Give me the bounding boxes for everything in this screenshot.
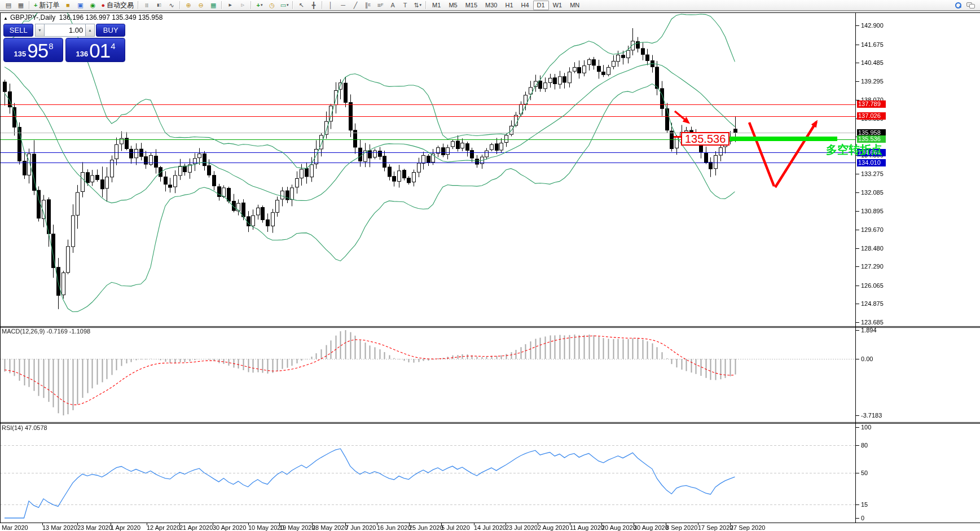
sell-price-pip: 8	[49, 43, 53, 50]
red-arrow-down-stroke[interactable]	[749, 122, 774, 186]
timeframe-button-w1[interactable]: W1	[549, 1, 566, 10]
price-tick: 132.085	[861, 189, 884, 196]
toolbar-divider	[138, 1, 139, 9]
date-tick: 25 Jun 2020	[409, 524, 443, 531]
candlestick-chart-icon[interactable]: ▮▯	[153, 0, 165, 10]
annotation-note-text[interactable]: 多空转折点	[826, 142, 882, 157]
date-tick: 5 Jul 2020	[441, 524, 470, 531]
auto-trading-button[interactable]: ●自动交易	[99, 1, 136, 10]
macd-tick: 0.00	[861, 356, 873, 362]
history-center-icon[interactable]: ■	[61, 0, 74, 10]
trendline-icon[interactable]: ╱	[349, 0, 362, 10]
line-chart-icon[interactable]: ∿	[165, 0, 178, 10]
hline-icon[interactable]: ─	[337, 0, 349, 10]
macd-tick: -3.7183	[861, 412, 882, 419]
text-label-icon[interactable]: T	[399, 0, 411, 10]
timeframe-button-mn[interactable]: MN	[566, 1, 583, 10]
volume-input[interactable]: 1.00	[45, 24, 86, 37]
date-tick: 2 Aug 2020	[538, 524, 569, 531]
toolbar-divider	[425, 1, 427, 9]
sell-price-main: 95	[27, 41, 48, 60]
chart-window: ▲GBPJPY-,Daily 136.196 136.997 135.349 1…	[0, 11, 980, 531]
red-arrow-down-small[interactable]	[675, 111, 688, 122]
price-badge-137.789: 137.789	[857, 100, 886, 108]
period-icon[interactable]: ◷	[266, 0, 278, 10]
zoom-in-icon[interactable]: ⊕	[182, 0, 195, 10]
chat-icon[interactable]	[964, 0, 977, 10]
date-tick: 21 Apr 2020	[179, 524, 213, 531]
toolbar-divider	[179, 1, 181, 9]
date-tick: 23 Jul 2020	[506, 524, 538, 531]
timeframe-button-m30[interactable]: M30	[481, 1, 501, 10]
tile-windows-icon[interactable]: ▦	[207, 0, 219, 10]
toolbar-divider	[29, 1, 30, 9]
volume-increase-button[interactable]: ▲	[85, 24, 94, 37]
auto-arrange-icon[interactable]: ▶	[224, 0, 236, 10]
price-tick: 127.290	[861, 263, 884, 270]
buy-price-box[interactable]: 136 01 4	[65, 38, 125, 62]
price-badge-137.026: 137.026	[857, 112, 886, 120]
date-tick: 8 Sep 2020	[666, 524, 697, 531]
timeframe-button-m5[interactable]: M5	[445, 1, 461, 10]
new-order-button[interactable]: +新订单	[32, 1, 61, 10]
rsi-tick: 15	[861, 501, 868, 508]
date-tick: 4 Mar 2020	[0, 524, 28, 531]
sell-button[interactable]: SELL	[3, 24, 33, 37]
sell-price-box[interactable]: 135 95 8	[3, 38, 63, 62]
data-window-icon[interactable]: ▦	[15, 0, 27, 10]
annotation-arrows	[0, 11, 980, 531]
price-tick: 140.485	[861, 59, 884, 66]
vline-icon[interactable]: │	[324, 0, 337, 10]
volume-decrease-button[interactable]: ▼	[35, 24, 44, 37]
add-indicator-icon[interactable]: +▾	[253, 0, 266, 10]
buy-button[interactable]: BUY	[96, 24, 125, 37]
price-tick: 139.295	[861, 78, 884, 85]
date-tick: 12 Apr 2020	[147, 524, 180, 531]
rsi-tick: 0	[861, 515, 864, 521]
buy-price-main: 01	[89, 41, 110, 60]
zoom-out-icon[interactable]: ⊖	[195, 0, 207, 10]
macd-tick: 1.894	[861, 327, 877, 333]
price-tick: 130.895	[861, 208, 884, 214]
price-tick: 128.480	[861, 245, 884, 252]
price-tick: 141.675	[861, 41, 884, 48]
toolbar-divider	[292, 1, 293, 9]
price-tick: 142.900	[861, 22, 884, 29]
signal-icon[interactable]: ◉	[86, 0, 99, 10]
timeframe-button-h4[interactable]: H4	[517, 1, 533, 10]
price-tick: 124.875	[861, 300, 884, 307]
date-tick: 16 Jun 2020	[377, 524, 411, 531]
toolbar-divider	[221, 1, 222, 9]
price-tick: 133.275	[861, 170, 884, 177]
timeframe-button-m15[interactable]: M15	[462, 1, 481, 10]
toolbar-divider	[251, 1, 252, 9]
cursor-icon[interactable]: ↖	[295, 0, 307, 10]
rsi-tick: 100	[861, 424, 871, 431]
text-icon[interactable]: A	[386, 0, 399, 10]
toolbar-divider	[322, 1, 323, 9]
crosshair-icon[interactable]: ╋	[307, 0, 320, 10]
bar-chart-icon[interactable]: |||	[140, 0, 153, 10]
arrows-icon[interactable]: ⇅▾	[411, 0, 424, 10]
step-forward-icon[interactable]: ▷	[236, 0, 249, 10]
red-arrow-up-stroke[interactable]	[775, 122, 816, 187]
panels-icon[interactable]: ▤	[2, 0, 15, 10]
search-icon[interactable]	[952, 0, 964, 10]
date-tick: 19 May 2020	[279, 524, 315, 531]
main-toolbar: ▤▦+新订单■▣◉●自动交易|||▮▯∿⊕⊖▦▶▷+▾◷▭▾↖╋│─╱∥E≡FA…	[0, 0, 980, 11]
timeframe-button-d1[interactable]: D1	[533, 1, 549, 10]
channel-icon[interactable]: ∥E	[362, 0, 374, 10]
date-tick: 13 Mar 2020	[42, 524, 77, 531]
timeframe-button-m1[interactable]: M1	[428, 1, 445, 10]
timeframe-button-h1[interactable]: H1	[501, 1, 517, 10]
annotation-support-bar[interactable]	[727, 137, 837, 141]
date-tick: 30 Aug 2020	[634, 524, 669, 531]
one-click-trading-panel: SELL ▼ 1.00 ▲ BUY 135 95 8 136 01 4	[3, 24, 125, 62]
date-tick: 23 Mar 2020	[77, 524, 112, 531]
template-icon[interactable]: ▭▾	[278, 0, 291, 10]
fibonacci-icon[interactable]: ≡F	[374, 0, 386, 10]
experts-icon[interactable]: ▣	[74, 0, 86, 10]
buy-price-pip: 4	[111, 43, 115, 50]
annotation-price-label[interactable]: 135.536	[681, 132, 729, 146]
rsi-tick: 50	[861, 469, 868, 476]
